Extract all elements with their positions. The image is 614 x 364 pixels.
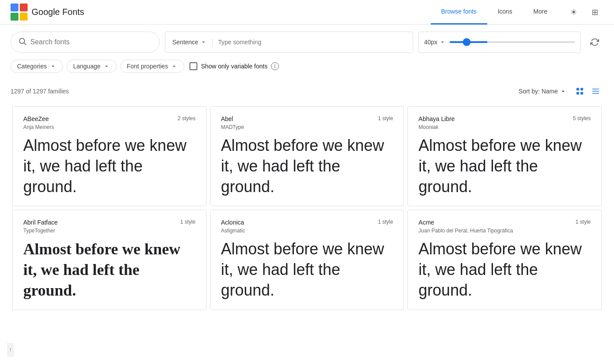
font-properties-label: Font properties	[127, 63, 168, 70]
font-card-header: Abhaya Libre 5 styles	[418, 115, 591, 122]
grid-icon: ⊞	[592, 7, 598, 17]
sort-label-text: Sort by: Name	[519, 88, 558, 95]
search-icon	[18, 37, 27, 48]
categories-label: Categories	[17, 63, 47, 70]
preview-area: Sentence	[165, 32, 413, 53]
size-label[interactable]: 40px	[424, 39, 446, 46]
language-filter[interactable]: Language	[67, 60, 117, 73]
theme-toggle-button[interactable]: ☀	[565, 4, 582, 21]
svg-point-4	[19, 38, 25, 43]
refresh-icon	[590, 38, 599, 46]
categories-chevron-icon	[50, 63, 57, 70]
font-preview: Almost before we knew it, we had left th…	[418, 136, 591, 197]
header: Google Fonts Browse fonts Icons More ☀ ⊞	[0, 0, 614, 25]
font-card[interactable]: Abril Fatface 1 style TypeTogether Almos…	[12, 210, 207, 310]
search-area: Sentence 40px	[0, 25, 614, 56]
search-input[interactable]	[30, 38, 152, 46]
grid-toggle-button[interactable]: ⊞	[586, 4, 603, 21]
main-nav: Browse fonts Icons More	[431, 0, 558, 25]
font-card[interactable]: ABeeZee 2 styles Anja Meiners Almost bef…	[12, 106, 207, 206]
font-card-header: Aclonica 1 style	[221, 219, 393, 226]
chevron-down-icon	[200, 39, 207, 46]
font-name: Abril Fatface	[23, 219, 58, 226]
svg-line-5	[24, 43, 26, 45]
font-name: Abel	[221, 115, 233, 122]
google-logo-icon	[11, 4, 28, 21]
font-card-header: Acme 1 style	[418, 219, 591, 226]
size-value: 40px	[424, 39, 437, 46]
size-slider[interactable]	[450, 41, 575, 43]
svg-rect-2	[11, 13, 18, 21]
sentence-selector[interactable]: Sentence	[172, 39, 213, 46]
font-styles: 1 style	[378, 115, 393, 121]
font-props-chevron-icon	[171, 63, 178, 70]
font-card-header: ABeeZee 2 styles	[23, 115, 196, 122]
search-box	[11, 32, 160, 53]
logo-area: Google Fonts	[11, 4, 84, 21]
font-styles: 1 style	[575, 219, 591, 225]
filter-bar: Categories Language Font properties Show…	[0, 56, 614, 80]
variable-fonts-checkbox[interactable]	[189, 62, 197, 70]
font-card[interactable]: Aclonica 1 style Astigmatic Almost befor…	[210, 210, 404, 310]
results-bar: 1297 of 1297 families Sort by: Name	[0, 80, 614, 104]
variable-fonts-info-icon[interactable]: i	[271, 62, 279, 70]
results-count: 1297 of 1297 families	[11, 88, 69, 95]
variable-fonts-toggle[interactable]: Show only variable fonts i	[189, 62, 279, 70]
font-preview: Almost before we knew it, we had left th…	[221, 239, 393, 300]
font-preview: Almost before we knew it, we had left th…	[23, 239, 196, 300]
font-author: Anja Meiners	[23, 124, 196, 130]
nav-more[interactable]: More	[523, 0, 558, 25]
font-card-header: Abel 1 style	[221, 115, 393, 122]
font-name: Aclonica	[221, 219, 244, 226]
font-preview: Almost before we knew it, we had left th…	[221, 136, 393, 197]
nav-icons[interactable]: Icons	[487, 0, 523, 25]
font-properties-filter[interactable]: Font properties	[120, 60, 184, 73]
font-preview: Almost before we knew it, we had left th…	[418, 239, 591, 300]
preview-text-input[interactable]	[213, 39, 406, 46]
font-styles: 1 style	[378, 219, 393, 225]
svg-rect-3	[20, 13, 28, 21]
sort-selector[interactable]: Sort by: Name	[519, 88, 567, 95]
header-icons: ☀ ⊞	[565, 4, 603, 21]
font-styles: 1 style	[180, 219, 196, 225]
font-author: Astigmatic	[221, 228, 393, 234]
theme-icon: ☀	[570, 7, 577, 17]
variable-fonts-label: Show only variable fonts	[201, 63, 268, 70]
font-name: ABeeZee	[23, 115, 49, 122]
logo-text: Google Fonts	[32, 7, 84, 17]
sort-area: Sort by: Name	[519, 83, 603, 99]
language-chevron-icon	[103, 63, 110, 70]
list-view-icon	[591, 87, 600, 96]
font-card[interactable]: Abel 1 style MADType Almost before we kn…	[210, 106, 404, 206]
svg-rect-0	[11, 4, 18, 11]
font-name: Abhaya Libre	[418, 115, 455, 122]
size-control: 40px	[418, 32, 581, 53]
sentence-label: Sentence	[172, 39, 198, 46]
font-author: TypeTogether	[23, 228, 196, 234]
font-preview: Almost before we knew it, we had left th…	[23, 136, 196, 197]
font-author: MADType	[221, 124, 393, 130]
font-card-header: Abril Fatface 1 style	[23, 219, 196, 226]
font-card[interactable]: Acme 1 style Juan Pablo del Peral, Huert…	[407, 210, 602, 310]
font-styles: 5 styles	[573, 115, 591, 121]
font-name: Acme	[418, 219, 434, 226]
grid-view-button[interactable]	[572, 83, 588, 99]
font-author: Mooniak	[418, 124, 591, 130]
view-toggle	[572, 83, 603, 99]
sort-chevron-icon	[560, 88, 567, 95]
grid-view-icon	[575, 87, 584, 96]
font-grid: ABeeZee 2 styles Anja Meiners Almost bef…	[0, 104, 614, 312]
refresh-button[interactable]	[586, 33, 603, 51]
nav-browse-fonts[interactable]: Browse fonts	[431, 0, 487, 25]
list-view-button[interactable]	[588, 83, 603, 99]
font-author: Juan Pablo del Peral, Huerta Tipográfica	[418, 228, 591, 234]
font-card[interactable]: Abhaya Libre 5 styles Mooniak Almost bef…	[407, 106, 602, 206]
categories-filter[interactable]: Categories	[11, 60, 63, 73]
font-styles: 2 styles	[178, 115, 196, 121]
svg-rect-1	[20, 4, 28, 11]
size-chevron-icon	[439, 39, 446, 46]
language-label: Language	[73, 63, 100, 70]
